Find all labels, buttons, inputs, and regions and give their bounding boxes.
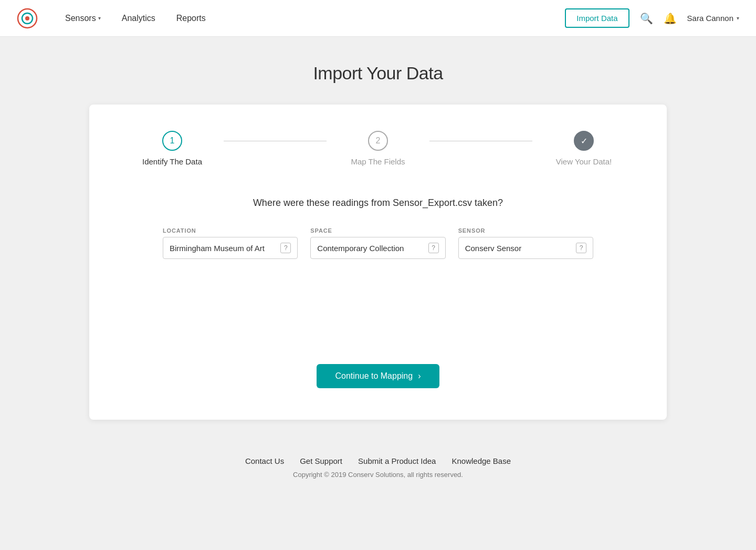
location-input-wrapper[interactable]: Birmingham Museum of Art ? [163,237,298,259]
notifications-icon[interactable]: 🔔 [664,12,677,25]
connector-1-2 [224,141,327,141]
search-icon[interactable]: 🔍 [640,12,653,25]
nav-reports[interactable]: Reports [166,9,216,27]
continue-button-wrapper: Continue to Mapping › [317,364,440,388]
sensor-input-wrapper[interactable]: Conserv Sensor ? [458,237,593,259]
user-menu[interactable]: Sara Cannon ▾ [687,14,739,23]
step-2-circle: 2 [368,131,388,151]
main-content: Import Your Data 1 Identify The Data 2 M… [0,37,756,441]
step-3-circle: ✓ [574,131,594,151]
step-1-label: Identify The Data [142,157,202,166]
footer: Contact Us Get Support Submit a Product … [0,441,756,489]
step-2: 2 Map The Fields [327,131,429,166]
step-1-circle: 1 [162,131,182,151]
footer-get-support[interactable]: Get Support [300,456,342,465]
main-nav: Sensors ▾ Analytics Reports [55,9,216,27]
location-label: LOCATION [163,227,298,234]
sensor-value: Conserv Sensor [465,244,576,253]
question-section: Where were these readings from Sensor_Ex… [121,198,635,388]
footer-knowledge-base[interactable]: Knowledge Base [452,456,511,465]
page-title: Import Your Data [313,63,443,84]
space-label: SPACE [310,227,445,234]
location-value: Birmingham Museum of Art [170,244,280,253]
space-value: Contemporary Collection [317,244,428,253]
import-card: 1 Identify The Data 2 Map The Fields ✓ V… [89,105,667,420]
step-3-label: View Your Data! [556,157,612,166]
nav-sensors[interactable]: Sensors ▾ [55,9,111,27]
space-input-wrapper[interactable]: Contemporary Collection ? [310,237,445,259]
question-text: Where were these readings from Sensor_Ex… [253,198,503,209]
fields-row: LOCATION Birmingham Museum of Art ? SPAC… [163,227,593,259]
space-help-icon[interactable]: ? [428,243,439,253]
chevron-down-icon: ▾ [98,15,101,21]
svg-point-2 [25,16,29,20]
step-3: ✓ View Your Data! [532,131,635,166]
sensor-field-group: SENSOR Conserv Sensor ? [458,227,593,259]
sensor-label: SENSOR [458,227,593,234]
sensor-help-icon[interactable]: ? [576,243,586,253]
connector-2-3 [429,141,532,141]
header-right: Import Data 🔍 🔔 Sara Cannon ▾ [565,8,739,28]
chevron-down-icon: ▾ [737,15,739,21]
step-1: 1 Identify The Data [121,131,224,166]
logo[interactable] [17,8,38,29]
continue-to-mapping-button[interactable]: Continue to Mapping › [317,364,440,388]
location-help-icon[interactable]: ? [280,243,291,253]
import-data-button[interactable]: Import Data [565,8,629,28]
arrow-right-icon: › [418,371,421,381]
header: Sensors ▾ Analytics Reports Import Data … [0,0,756,37]
step-2-label: Map The Fields [351,157,405,166]
nav-analytics[interactable]: Analytics [111,9,166,27]
location-field-group: LOCATION Birmingham Museum of Art ? [163,227,298,259]
footer-contact-us[interactable]: Contact Us [245,456,284,465]
footer-links: Contact Us Get Support Submit a Product … [245,456,511,465]
stepper: 1 Identify The Data 2 Map The Fields ✓ V… [121,131,635,166]
space-field-group: SPACE Contemporary Collection ? [310,227,445,259]
footer-submit-idea[interactable]: Submit a Product Idea [358,456,436,465]
footer-copyright: Copyright © 2019 Conserv Solutions, all … [293,471,463,479]
